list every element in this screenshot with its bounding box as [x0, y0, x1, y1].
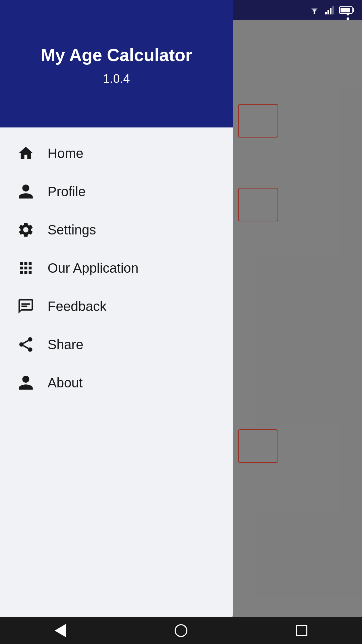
app-title: My Age Calculator — [41, 45, 192, 65]
sidebar-item-share[interactable]: Share — [0, 325, 233, 364]
svg-rect-0 — [21, 303, 30, 305]
sidebar-item-feedback[interactable]: Feedback — [0, 287, 233, 325]
wifi-icon — [308, 6, 320, 14]
back-icon — [55, 624, 66, 637]
home-icon — [16, 144, 36, 163]
chat-icon — [16, 297, 36, 316]
app-version: 1.0.4 — [103, 72, 130, 86]
svg-line-5 — [23, 345, 28, 348]
feedback-label: Feedback — [48, 299, 107, 314]
dot-1 — [347, 8, 349, 11]
our-application-label: Our Application — [48, 261, 138, 276]
about-label: About — [48, 375, 83, 390]
dot-3 — [347, 17, 349, 20]
drawer-menu: Home Profile Settings — [0, 127, 233, 624]
sidebar-item-home[interactable]: Home — [0, 134, 233, 172]
share-icon — [16, 335, 36, 354]
settings-label: Settings — [48, 222, 96, 237]
navigation-bar — [0, 617, 362, 644]
profile-label: Profile — [48, 184, 85, 199]
sidebar-item-profile[interactable]: Profile — [0, 172, 233, 211]
person-icon — [16, 182, 36, 201]
home-label: Home — [48, 146, 83, 161]
svg-rect-9 — [327, 10, 329, 14]
svg-rect-8 — [325, 12, 327, 14]
sidebar-item-our-application[interactable]: Our Application — [0, 249, 233, 287]
signal-icon — [325, 6, 335, 14]
svg-point-4 — [28, 347, 33, 352]
svg-rect-1 — [21, 306, 27, 307]
overlay-dim — [233, 0, 362, 624]
recents-button[interactable] — [288, 617, 315, 644]
about-person-icon — [16, 373, 36, 392]
back-button[interactable] — [47, 617, 74, 644]
recents-icon — [296, 625, 307, 636]
more-options-button[interactable] — [343, 3, 353, 25]
svg-point-7 — [314, 12, 315, 14]
dot-2 — [347, 13, 349, 15]
navigation-drawer: My Age Calculator 1.0.4 Home Profile — [0, 0, 233, 624]
svg-point-2 — [28, 337, 33, 341]
share-label: Share — [48, 337, 83, 352]
drawer-header: My Age Calculator 1.0.4 — [0, 0, 233, 127]
sidebar-item-settings[interactable]: Settings — [0, 211, 233, 249]
apps-icon — [16, 258, 36, 278]
svg-rect-11 — [332, 6, 334, 14]
home-circle-icon — [175, 624, 187, 637]
home-button[interactable] — [168, 617, 194, 644]
svg-point-3 — [19, 342, 24, 347]
svg-line-6 — [23, 340, 28, 343]
sidebar-item-about[interactable]: About — [0, 364, 233, 402]
svg-rect-10 — [330, 8, 331, 14]
gear-icon — [16, 220, 36, 239]
